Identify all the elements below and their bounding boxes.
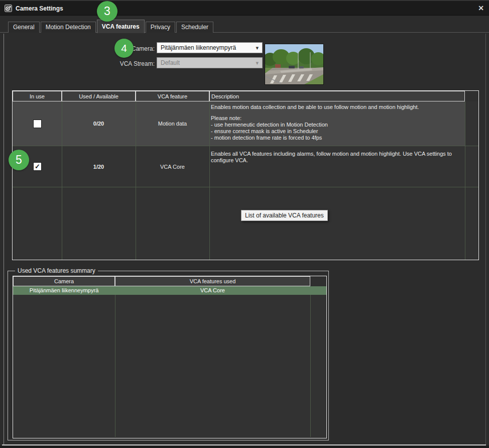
description-line: - ensure correct mask is active in Sched… — [211, 128, 464, 135]
camera-icon — [5, 5, 12, 12]
used-vca-summary-table: Camera VCA features used Pitäjänmäen lii… — [13, 276, 327, 438]
description-line: - motion detection frame rate is forced … — [211, 135, 464, 141]
vca-feature-table: In use Used / Available VCA feature Desc… — [12, 90, 479, 260]
used-available-value: 0/20 — [62, 121, 136, 127]
summary-column-header-features: VCA features used — [115, 276, 310, 286]
tooltip: List of available VCA features — [241, 210, 328, 221]
grid-line — [13, 187, 478, 187]
chevron-down-icon: ▾ — [256, 60, 259, 66]
header-filler — [465, 91, 478, 101]
titlebar: Camera Settings ✕ — [0, 1, 489, 16]
description-line: Enables motion data collection and be ab… — [211, 104, 464, 110]
camera-dropdown[interactable]: Pitäjänmäen liikenneympyrä ▾ — [157, 42, 263, 53]
step-badge-4: 4 — [114, 39, 134, 58]
grid-line — [115, 295, 115, 437]
vca-stream-label: VCA Stream: — [80, 60, 155, 67]
description-line: Please note: — [211, 115, 464, 122]
window-title: Camera Settings — [16, 5, 63, 12]
used-available-value: 1/20 — [62, 164, 136, 170]
tab-bar: General Motion Detection VCA features Pr… — [8, 19, 214, 33]
camera-dropdown-value: Pitäjänmäen liikenneympyrä — [161, 44, 236, 51]
grid-line — [310, 295, 311, 437]
summary-camera-name: Pitäjänmäen liikenneympyrä — [13, 286, 115, 295]
feature-description: Enables all VCA features including alarm… — [211, 151, 464, 164]
tab-privacy[interactable]: Privacy — [146, 22, 175, 33]
camera-preview-image — [265, 44, 323, 84]
tab-vca-features[interactable]: VCA features — [97, 20, 145, 33]
in-use-checkbox-motion-data[interactable] — [33, 120, 42, 128]
description-line: configure VCA. — [211, 157, 464, 164]
column-header-description: Description — [209, 91, 465, 101]
column-header-vca-feature: VCA feature — [136, 91, 209, 101]
step-badge-3: 3 — [97, 1, 117, 22]
description-line: - use hermeneutic detection in Motion De… — [211, 122, 464, 128]
grid-line — [209, 101, 210, 260]
description-line — [211, 110, 464, 115]
grid-line — [13, 146, 478, 146]
panel-right-border — [485, 34, 486, 444]
chevron-down-icon: ▾ — [256, 45, 259, 51]
check-icon: ✓ — [35, 163, 40, 170]
summary-row-selected[interactable]: Pitäjänmäen liikenneympyrä VCA Core — [13, 286, 326, 295]
tab-general[interactable]: General — [8, 22, 40, 33]
close-icon[interactable]: ✕ — [478, 5, 484, 12]
summary-features-used: VCA Core — [115, 286, 310, 295]
tab-scheduler[interactable]: Scheduler — [176, 22, 213, 33]
in-use-checkbox-vca-core[interactable]: ✓ — [33, 162, 42, 171]
summary-header-filler — [310, 276, 326, 286]
camera-settings-dialog: Camera Settings ✕ 3 4 5 General Motion D… — [0, 0, 489, 448]
grid-line — [465, 101, 465, 260]
vca-stream-dropdown-value: Default — [161, 59, 180, 66]
feature-description: Enables motion data collection and be ab… — [211, 104, 464, 141]
description-line: Enables all VCA features including alarm… — [211, 151, 464, 157]
tab-motion-detection[interactable]: Motion Detection — [41, 22, 96, 33]
step-badge-5: 5 — [9, 150, 29, 170]
column-header-in-use: In use — [13, 91, 62, 101]
column-header-used-available: Used / Available — [62, 91, 136, 101]
window-bottom-edge — [0, 445, 489, 448]
groupbox-legend: Used VCA features summary — [15, 267, 98, 274]
vca-stream-dropdown: Default ▾ — [157, 57, 263, 68]
summary-column-header-camera: Camera — [13, 276, 115, 286]
panel-left-border — [4, 34, 4, 444]
feature-name: VCA Core — [136, 164, 209, 170]
feature-name: Motion data — [136, 121, 209, 127]
